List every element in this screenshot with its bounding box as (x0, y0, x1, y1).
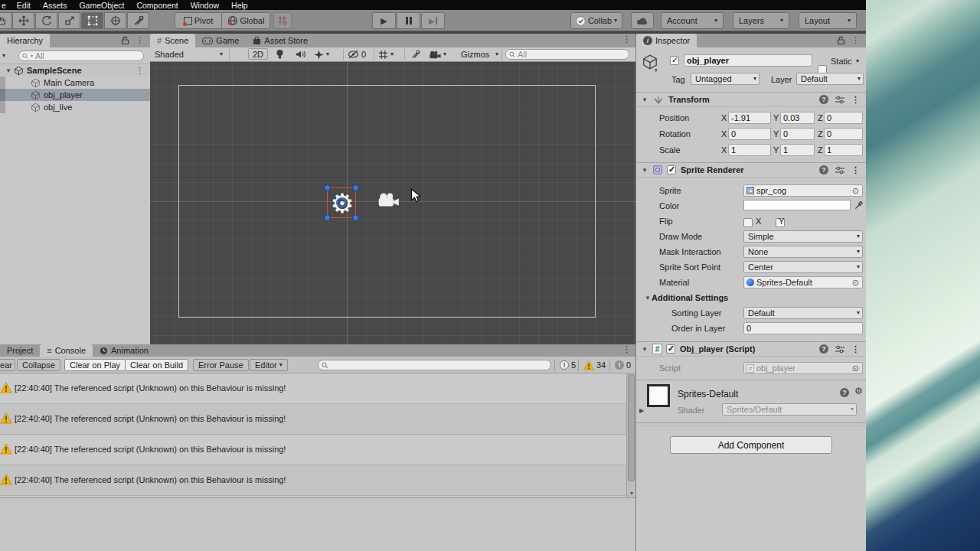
scrollbar-thumb[interactable] (628, 374, 635, 481)
add-component-button[interactable]: Add Component (670, 436, 832, 454)
search-filter-arrow-icon[interactable]: ▾ (31, 54, 33, 58)
editor-dropdown[interactable]: Editor ▾ (250, 359, 288, 371)
hierarchy-item-obj-live[interactable]: obj_live (0, 101, 150, 113)
position-z-input[interactable] (827, 113, 860, 122)
help-icon[interactable]: ? (819, 95, 828, 104)
selection-handle-bottom-right[interactable] (352, 214, 359, 221)
position-x-input[interactable] (731, 113, 768, 122)
sprite-selection-box[interactable]: ⚙ (327, 187, 356, 218)
hierarchy-visibility-gutter[interactable] (0, 77, 5, 113)
account-dropdown[interactable]: Account ▾ (661, 12, 724, 29)
rotation-x-input[interactable] (731, 129, 768, 139)
hierarchy-search[interactable]: ▾ (18, 51, 144, 61)
tab-hierarchy[interactable]: Hierarchy (0, 34, 50, 47)
transform-component-header[interactable]: ▼ Transform ? ⋮ (636, 92, 866, 107)
2d-toggle-button[interactable]: 2D (248, 48, 268, 60)
scene-effects-dropdown[interactable]: ▾ (312, 47, 341, 61)
foldout-open-icon[interactable]: ▼ (641, 96, 648, 103)
rotate-tool-button[interactable] (35, 12, 57, 29)
kebab-menu-icon[interactable]: ⋮ (851, 96, 860, 104)
help-icon[interactable]: ? (819, 165, 828, 174)
layer-dropdown[interactable]: Default ▾ (796, 73, 864, 85)
pause-button[interactable] (397, 12, 420, 29)
scale-tool-button[interactable] (58, 12, 80, 29)
gameobject-name-input[interactable] (687, 56, 809, 65)
hand-tool-button[interactable] (0, 12, 12, 29)
camera-gizmo-icon[interactable] (377, 192, 400, 207)
presets-icon[interactable] (835, 166, 844, 174)
grid-snapping-button[interactable] (273, 12, 292, 29)
scene-audio-button[interactable] (291, 47, 310, 61)
kebab-menu-icon[interactable]: ⋮ (136, 36, 144, 44)
scrollbar-down-arrow-icon[interactable]: ▾ (628, 490, 635, 497)
sprite-sort-point-dropdown[interactable]: Center ▾ (743, 261, 863, 273)
additional-settings-foldout[interactable]: ▼ Additional Settings (636, 291, 866, 305)
console-log-row[interactable]: [22:40:40] The referenced script (Unknow… (0, 435, 626, 465)
tab-animation[interactable]: Animation (93, 344, 155, 357)
menu-item-assets[interactable]: Assets (37, 1, 74, 10)
sorting-layer-dropdown[interactable]: Default ▾ (743, 307, 863, 319)
help-icon[interactable]: ? (819, 344, 828, 354)
tab-scene[interactable]: # Scene (150, 34, 195, 47)
selection-handle-top-right[interactable] (352, 184, 359, 191)
tab-asset-store[interactable]: Asset Store (246, 34, 315, 47)
clear-on-play-button[interactable]: Clear on Play (64, 359, 126, 371)
tab-console[interactable]: ≡ Console (40, 344, 93, 357)
gizmos-dropdown[interactable]: Gizmos ▾ (459, 47, 498, 61)
foldout-open-icon[interactable]: ▼ (641, 167, 648, 174)
pivot-toggle-button[interactable]: Pivot (175, 12, 222, 29)
component-enabled-checkbox[interactable] (667, 165, 676, 174)
scene-search-input[interactable] (518, 50, 624, 59)
foldout-closed-icon[interactable]: ▶ (638, 407, 645, 414)
object-picker-icon[interactable]: ⊙ (852, 186, 859, 196)
menu-item-gameobject[interactable]: GameObject (73, 1, 130, 10)
presets-icon[interactable] (835, 96, 844, 104)
layout-dropdown[interactable]: Layout ▾ (799, 12, 857, 29)
order-in-layer-input[interactable] (746, 324, 860, 333)
foldout-open-icon[interactable]: ▼ (5, 67, 12, 74)
script-component-header[interactable]: ▼ # Obj_player (Script) ? ⋮ (636, 341, 866, 357)
scene-visibility-toggle[interactable]: 0 (345, 47, 373, 61)
kebab-menu-icon[interactable]: ⋮ (622, 35, 631, 44)
kebab-menu-icon[interactable]: ⋮ (851, 36, 860, 44)
rotation-z-input[interactable] (827, 129, 860, 139)
collab-button[interactable]: Collab ▾ (570, 12, 622, 29)
menu-item-component[interactable]: Component (130, 1, 184, 10)
sprite-renderer-component-header[interactable]: ▼ Sprite Renderer ? ⋮ (636, 162, 866, 178)
shading-mode-dropdown[interactable]: Shaded ▾ (152, 47, 226, 61)
scene-camera-dropdown[interactable]: ▾ (426, 47, 456, 61)
custom-tools-button[interactable] (127, 12, 149, 29)
scene-viewport[interactable]: ⚙ (150, 62, 635, 344)
kebab-menu-icon[interactable]: ⋮ (136, 67, 144, 75)
color-swatch-field[interactable] (743, 200, 851, 210)
console-log-row[interactable]: [22:40:40] The referenced script (Unknow… (0, 373, 626, 404)
console-search-input[interactable] (331, 360, 546, 370)
collapse-button[interactable]: Collapse (17, 359, 60, 371)
selection-handle-top-left[interactable] (324, 184, 331, 191)
component-enabled-checkbox[interactable] (666, 344, 675, 354)
object-picker-icon[interactable]: ⊙ (852, 278, 859, 288)
shader-dropdown[interactable]: Sprites/Default ▾ (722, 403, 857, 416)
sprite-object-field[interactable]: spr_cog ⊙ (743, 184, 863, 197)
selection-handle-bottom-left[interactable] (324, 214, 331, 221)
scale-y-input[interactable] (783, 145, 812, 155)
component-tools-button[interactable] (407, 47, 425, 61)
draw-mode-dropdown[interactable]: Simple ▾ (743, 230, 863, 243)
gear-icon[interactable]: ⚙ (854, 386, 863, 396)
menu-item-file-clipped[interactable]: e (0, 1, 11, 10)
step-button[interactable]: ▶ (421, 12, 445, 29)
kebab-menu-icon[interactable]: ⋮ (851, 345, 860, 354)
error-pause-button[interactable]: Error Pause (193, 359, 249, 371)
rect-tool-button[interactable] (81, 12, 103, 29)
scene-search[interactable] (505, 49, 629, 60)
position-y-input[interactable] (783, 113, 812, 122)
eyedropper-icon[interactable] (854, 200, 864, 210)
info-count[interactable]: ! 5 (554, 359, 580, 371)
global-toggle-button[interactable]: Global (221, 12, 270, 29)
presets-icon[interactable] (835, 345, 844, 354)
gameobject-icon-dropdown-arrow[interactable]: ▾ (655, 67, 658, 73)
material-preview-swatch[interactable] (647, 384, 670, 407)
play-button[interactable]: ▶ (372, 12, 396, 29)
foldout-open-icon[interactable]: ▼ (641, 346, 648, 353)
scale-z-input[interactable] (827, 145, 860, 155)
